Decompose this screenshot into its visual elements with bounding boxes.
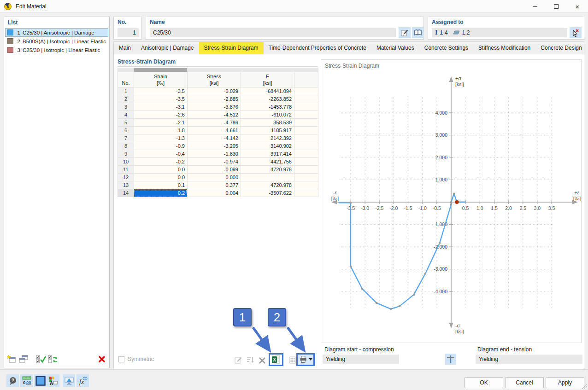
table-cell-extra[interactable] <box>294 103 318 111</box>
library-button[interactable] <box>412 27 424 38</box>
cancel-button[interactable]: Cancel <box>505 377 544 388</box>
new-material-button[interactable] <box>6 354 17 364</box>
diagram-end-select[interactable]: Yielding <box>476 355 582 364</box>
table-cell-stress[interactable]: -0.029 <box>188 87 241 95</box>
diagram-start-select[interactable]: Yielding <box>323 355 399 364</box>
table-cell-strain[interactable]: 0.2 <box>134 189 187 197</box>
row-number[interactable]: 9 <box>118 150 134 157</box>
table-cell-extra[interactable] <box>294 166 318 173</box>
material-list-item[interactable]: 2B500S(A) | Isotropic | Linear Elastic <box>5 37 108 46</box>
stress-strain-chart[interactable]: -3.5-3.0-2.5-2.0-1.5-1.0-0.50.51.01.52.0… <box>321 60 581 343</box>
table-cell-extra[interactable] <box>294 134 318 142</box>
help-button[interactable]: ? <box>6 374 19 387</box>
table-cell-stress[interactable]: -4.142 <box>188 134 241 142</box>
symmetric-checkbox[interactable] <box>118 356 124 362</box>
row-number[interactable]: 12 <box>118 174 134 181</box>
row-number[interactable]: 13 <box>118 181 134 189</box>
table-cell-stress[interactable]: -4.786 <box>188 119 241 126</box>
table-cell-e[interactable]: 3917.414 <box>241 150 294 157</box>
axes-origin-button[interactable] <box>445 354 456 365</box>
table-cell-extra[interactable] <box>294 119 318 126</box>
table-cell-e[interactable]: -2263.852 <box>241 95 294 103</box>
copy-material-button[interactable] <box>18 354 29 364</box>
row-number[interactable]: 1 <box>118 87 134 95</box>
object-colors-button[interactable]: A <box>47 374 59 387</box>
tab-stiffness-modification[interactable]: Stiffness Modification <box>473 42 535 54</box>
table-cell-extra[interactable] <box>294 181 318 189</box>
excel-export-button[interactable]: X <box>269 353 283 366</box>
table-cell-strain[interactable]: -3.5 <box>134 95 187 103</box>
table-cell-stress[interactable]: -4.512 <box>188 111 241 118</box>
table-cell-e[interactable]: -1453.778 <box>241 103 294 111</box>
table-cell-stress[interactable]: 0.004 <box>188 189 241 197</box>
apply-button[interactable]: Apply <box>546 377 584 388</box>
tab-concrete-design[interactable]: Concrete Design <box>535 42 587 54</box>
row-number[interactable]: 7 <box>118 134 134 142</box>
table-cell-extra[interactable] <box>294 158 318 165</box>
tab-concrete-settings[interactable]: Concrete Settings <box>419 42 473 54</box>
table-cell-strain[interactable]: 0.0 <box>134 174 187 181</box>
table-cell-stress[interactable]: 0.377 <box>188 181 241 189</box>
table-cell-strain[interactable]: -0.2 <box>134 158 187 165</box>
table-cell-stress[interactable]: 0.000 <box>188 174 241 181</box>
table-cell-stress[interactable]: -1.830 <box>188 150 241 157</box>
table-cell-strain[interactable]: -1.8 <box>134 127 187 134</box>
row-number[interactable]: 3 <box>118 103 134 111</box>
color-swatch-button[interactable] <box>34 374 47 387</box>
table-cell-stress[interactable]: -3.205 <box>188 142 241 150</box>
tab-anisotropic-damage[interactable]: Anisotropic | Damage <box>136 42 199 54</box>
table-cell-e[interactable] <box>241 174 294 181</box>
table-cell-stress[interactable]: -2.885 <box>188 95 241 103</box>
table-cell-e[interactable]: -3507.622 <box>241 189 294 197</box>
table-cell-e[interactable]: 4421.756 <box>241 158 294 165</box>
close-button[interactable]: × <box>567 0 588 13</box>
name-field[interactable]: C25/30 <box>150 28 396 37</box>
table-cell-e[interactable]: 2142.392 <box>241 134 294 142</box>
resize-grip[interactable] <box>582 384 587 389</box>
table-cell-strain[interactable]: 0.0 <box>134 166 187 173</box>
material-list-item[interactable]: 1C25/30 | Anisotropic | Damage <box>5 28 108 37</box>
toggle-selection-button[interactable] <box>47 354 59 364</box>
tab-material-values[interactable]: Material Values <box>371 42 419 54</box>
table-cell-strain[interactable]: -0.9 <box>134 142 187 150</box>
table-cell-extra[interactable] <box>294 150 318 157</box>
table-cell-strain[interactable]: -3.1 <box>134 103 187 111</box>
table-cell-extra[interactable] <box>294 142 318 150</box>
table-cell-strain[interactable]: -2.1 <box>134 119 187 126</box>
table-cell-stress[interactable]: -0.099 <box>188 166 241 173</box>
tab-time-dependent-properties-of-concrete[interactable]: Time-Dependent Properties of Concrete <box>264 42 371 54</box>
print-button[interactable] <box>296 353 315 366</box>
table-cell-strain[interactable]: -1.3 <box>134 134 187 142</box>
table-cell-strain[interactable]: 0.1 <box>134 181 187 189</box>
no-field[interactable]: 1 <box>118 28 139 37</box>
maximize-button[interactable] <box>546 0 567 13</box>
table-cell-e[interactable]: -68441.094 <box>241 87 294 95</box>
row-number[interactable]: 2 <box>118 95 134 103</box>
row-number[interactable]: 8 <box>118 142 134 150</box>
row-number[interactable]: 10 <box>118 158 134 165</box>
select-in-model-button[interactable] <box>570 27 582 38</box>
units-button[interactable]: 0.00 <box>20 374 33 387</box>
table-cell-extra[interactable] <box>294 111 318 118</box>
tab-main[interactable]: Main <box>114 42 136 54</box>
row-number[interactable]: 5 <box>118 119 134 126</box>
material-list-item[interactable]: 3C25/30 | Isotropic | Linear Elastic <box>5 46 108 54</box>
delete-all-button[interactable] <box>96 354 107 364</box>
row-number[interactable]: 6 <box>118 127 134 134</box>
edit-row-button[interactable] <box>233 355 244 365</box>
table-cell-stress[interactable]: -4.661 <box>188 127 241 134</box>
table-cell-extra[interactable] <box>294 87 318 95</box>
delete-row-button[interactable] <box>257 355 268 365</box>
table-cell-stress[interactable]: -3.876 <box>188 103 241 111</box>
table-cell-e[interactable]: 3140.902 <box>241 142 294 150</box>
display-settings-button[interactable] <box>63 374 75 387</box>
table-cell-extra[interactable] <box>294 127 318 134</box>
table-cell-extra[interactable] <box>294 189 318 197</box>
table-cell-strain[interactable]: -2.6 <box>134 111 187 118</box>
table-cell-strain[interactable]: -3.5 <box>134 87 187 95</box>
formula-button[interactable]: fx <box>76 374 89 387</box>
select-all-button[interactable] <box>35 354 47 364</box>
tab-stress-strain-diagram[interactable]: Stress-Strain Diagram <box>199 42 264 54</box>
table-cell-strain[interactable]: -0.4 <box>134 150 187 157</box>
row-number[interactable]: 11 <box>118 166 134 173</box>
